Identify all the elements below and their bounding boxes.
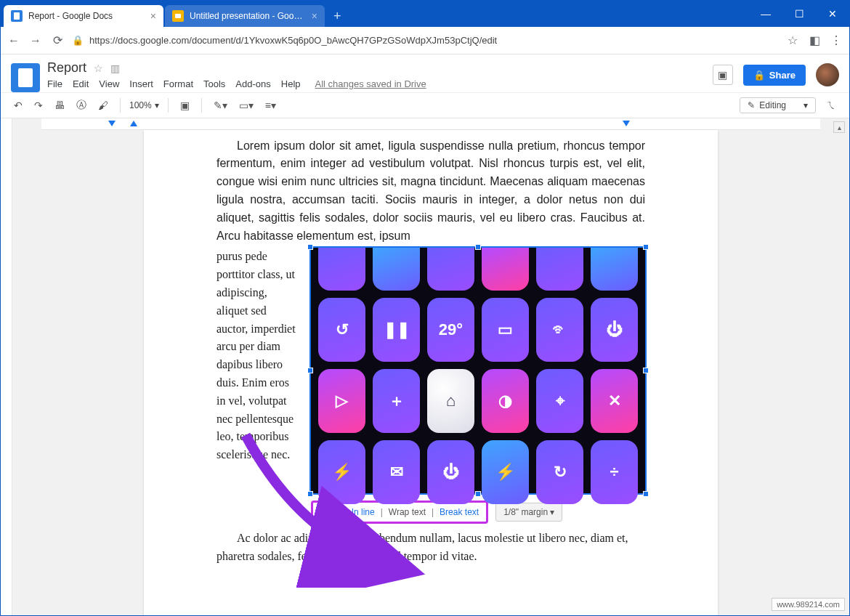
browser-tab-inactive[interactable]: Untitled presentation - Google S × xyxy=(165,5,325,27)
menu-addons[interactable]: Add-ons xyxy=(235,78,270,89)
browser-menu-icon[interactable]: ⋮ xyxy=(829,33,843,47)
wrap-text-option[interactable]: Wrap text xyxy=(389,507,426,517)
close-tab-icon[interactable]: × xyxy=(150,10,156,22)
document-canvas: ▴ Lorem ipsum dolor sit amet, ligula sus… xyxy=(1,118,849,615)
document-page[interactable]: Lorem ipsum dolor sit amet, ligula suspe… xyxy=(144,130,718,615)
editing-label: Editing xyxy=(759,100,786,110)
border-dash-button[interactable]: ≡▾ xyxy=(262,98,279,113)
print-button[interactable]: 🖶 xyxy=(52,98,68,113)
menu-bar: File Edit View Insert Format Tools Add-o… xyxy=(47,78,705,89)
separator xyxy=(120,98,121,113)
back-button[interactable]: ← xyxy=(7,34,21,47)
inline-option[interactable]: In line xyxy=(352,507,375,517)
pencil-icon: ✎ xyxy=(748,100,755,110)
redo-button[interactable]: ↷ xyxy=(31,98,46,113)
new-tab-button[interactable]: + xyxy=(326,5,349,27)
undo-button[interactable]: ↶ xyxy=(11,98,25,113)
window-minimize-button[interactable]: — xyxy=(749,1,782,27)
extension-icon[interactable]: ◧ xyxy=(807,33,822,47)
account-avatar[interactable] xyxy=(816,63,839,86)
docs-logo-icon[interactable] xyxy=(11,63,40,92)
docs-header: Report ☆ ▥ File Edit View Insert Format … xyxy=(1,54,849,92)
close-tab-icon[interactable]: × xyxy=(312,10,317,22)
break-text-option[interactable]: Break text xyxy=(440,507,479,517)
margin-dropdown[interactable]: 1/8" margin ▾ xyxy=(495,503,562,522)
collapse-toolbar-button[interactable]: ㄟ xyxy=(823,97,839,113)
body-paragraph[interactable]: Ac dolor ac adipiscing amet bibendum nul… xyxy=(216,530,645,566)
star-document-icon[interactable]: ☆ xyxy=(94,62,103,74)
menu-file[interactable]: File xyxy=(47,78,62,89)
watermark: www.989214.com xyxy=(772,598,845,611)
browser-toolbar: ← → ⟳ 🔒 https://docs.google.com/document… xyxy=(1,27,849,54)
editing-mode-dropdown[interactable]: ✎ Editing ▾ xyxy=(740,97,816,113)
border-color-button[interactable]: ✎▾ xyxy=(211,98,230,113)
browser-tab-strip: Report - Google Docs × Untitled presenta… xyxy=(1,1,849,27)
menu-help[interactable]: Help xyxy=(281,78,301,89)
browser-tab-active[interactable]: Report - Google Docs × xyxy=(4,5,163,27)
reload-button[interactable]: ⟳ xyxy=(50,33,65,47)
share-label: Share xyxy=(769,70,796,81)
vertical-ruler[interactable] xyxy=(1,118,12,615)
caret-icon: ▾ xyxy=(804,100,808,110)
window-close-button[interactable]: ✕ xyxy=(816,1,849,27)
menu-tools[interactable]: Tools xyxy=(203,78,225,89)
horizontal-ruler[interactable] xyxy=(41,118,820,130)
menu-view[interactable]: View xyxy=(99,78,119,89)
docs-toolbar: ↶ ↷ 🖶 Ⓐ 🖌 100% ▾ ▣ ✎▾ ▭▾ ≡▾ ✎ Editing ▾ … xyxy=(1,92,849,118)
docs-favicon xyxy=(11,10,23,22)
tab-title: Untitled presentation - Google S xyxy=(190,11,307,21)
tab-title: Report - Google Docs xyxy=(28,11,146,21)
document-title[interactable]: Report xyxy=(47,60,86,76)
body-paragraph[interactable]: Lorem ipsum dolor sit amet, ligula suspe… xyxy=(216,137,645,246)
lock-icon: 🔒 xyxy=(72,35,84,46)
menu-format[interactable]: Format xyxy=(163,78,193,89)
slides-favicon xyxy=(172,10,184,22)
image-content: ↺ ❚❚ 29° ▭ ᯤ ⏻ ▷ ＋ xyxy=(311,248,645,493)
separator xyxy=(201,98,202,113)
edit-image-link[interactable]: Edit xyxy=(320,507,336,517)
image-context-toolbar: Edit ▾ In line | Wrap text | Break text … xyxy=(311,500,645,524)
wrapped-text-left[interactable]: purus pede porttitor class, ut adipiscin… xyxy=(216,248,301,464)
save-status[interactable]: All changes saved in Drive xyxy=(315,78,426,89)
move-folder-icon[interactable]: ▥ xyxy=(110,62,120,74)
spellcheck-button[interactable]: Ⓐ xyxy=(73,97,89,113)
border-weight-button[interactable]: ▭▾ xyxy=(236,98,256,113)
window-maximize-button[interactable]: ☐ xyxy=(782,1,816,27)
share-lock-icon: 🔒 xyxy=(753,70,765,81)
edit-caret[interactable]: ▾ xyxy=(341,507,346,517)
menu-insert[interactable]: Insert xyxy=(129,78,153,89)
crop-image-button[interactable]: ▣ xyxy=(177,98,193,113)
comments-button[interactable]: ▣ xyxy=(713,65,733,85)
separator xyxy=(168,98,169,113)
bookmark-star-icon[interactable]: ☆ xyxy=(785,33,800,47)
selected-image[interactable]: ↺ ❚❚ 29° ▭ ᯤ ⏻ ▷ ＋ xyxy=(311,248,645,493)
zoom-dropdown[interactable]: 100% ▾ xyxy=(129,100,159,110)
share-button[interactable]: 🔒 Share xyxy=(743,65,806,86)
forward-button[interactable]: → xyxy=(28,34,43,47)
image-wrap-options: Edit ▾ In line | Wrap text | Break text xyxy=(311,500,488,524)
paint-format-button[interactable]: 🖌 xyxy=(95,98,111,113)
url-text: https://docs.google.com/document/d/1Ykvo… xyxy=(89,35,497,46)
scroll-up-button[interactable]: ▴ xyxy=(833,121,845,133)
menu-edit[interactable]: Edit xyxy=(73,78,89,89)
address-bar[interactable]: 🔒 https://docs.google.com/document/d/1Yk… xyxy=(72,35,778,46)
